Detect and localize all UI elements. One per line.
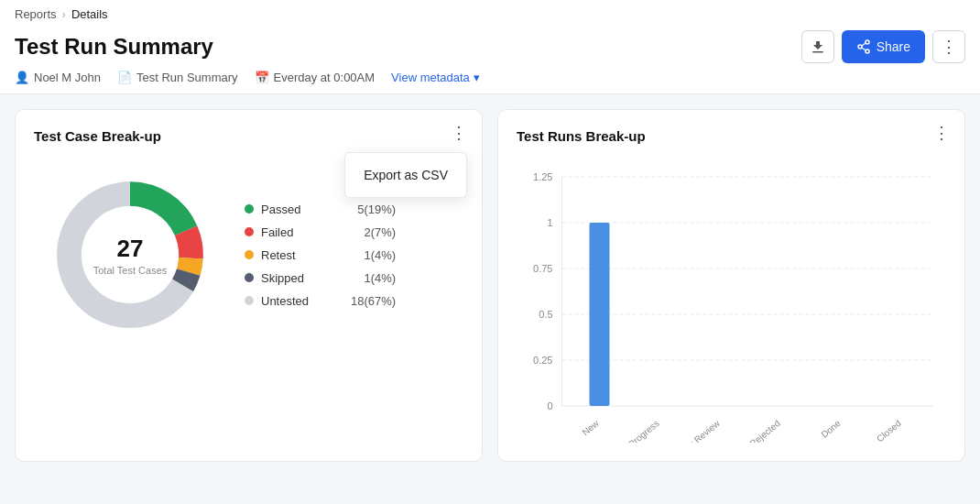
- breadcrumb-separator: ›: [62, 7, 66, 21]
- left-card-menu[interactable]: ⋮: [451, 125, 467, 141]
- svg-text:0.5: 0.5: [539, 309, 552, 320]
- legend-dot-failed: [245, 227, 254, 236]
- legend-dot-retest: [245, 250, 254, 259]
- svg-text:1.25: 1.25: [533, 171, 552, 182]
- export-popup: Export as CSV: [344, 152, 467, 198]
- legend-value-passed: 5(19%): [357, 203, 396, 216]
- svg-text:0.75: 0.75: [533, 263, 552, 274]
- meta-report: 📄 Test Run Summary: [117, 71, 238, 84]
- meta-schedule-text: Everday at 0:00AM: [274, 71, 376, 84]
- legend-name-retest: Retest: [261, 248, 329, 262]
- svg-point-1: [866, 40, 869, 44]
- svg-text:1: 1: [547, 217, 552, 228]
- top-bar: Reports › Details Test Run Summary: [0, 0, 980, 94]
- meta-report-name: Test Run Summary: [136, 71, 238, 84]
- svg-text:0.25: 0.25: [533, 355, 552, 366]
- legend-value-failed: 2(7%): [364, 225, 396, 239]
- donut-total: 27: [93, 235, 168, 263]
- meta-user-name: Noel M John: [34, 71, 101, 84]
- svg-line-5: [861, 48, 865, 50]
- bar-new: [590, 223, 610, 406]
- svg-point-2: [858, 45, 862, 49]
- test-case-breakup-card: Test Case Break-up ⋮ Export as CSV: [15, 109, 483, 462]
- legend-dot-passed: [245, 204, 254, 214]
- breadcrumb-reports[interactable]: Reports: [15, 7, 57, 21]
- legend: Passed 5(19%) Failed 2(7%) Retest 1(4%) …: [245, 203, 396, 308]
- svg-text:Rejected: Rejected: [747, 418, 781, 443]
- calendar-icon: 📅: [255, 71, 269, 84]
- export-csv-button[interactable]: Export as CSV: [345, 160, 466, 190]
- legend-value-untested: 18(67%): [351, 294, 396, 308]
- legend-name-untested: Untested: [261, 294, 316, 308]
- page-title: Test Run Summary: [15, 34, 213, 60]
- legend-name-skipped: Skipped: [261, 271, 329, 285]
- svg-line-4: [861, 43, 865, 46]
- meta-user: 👤 Noel M John: [15, 71, 101, 84]
- header-actions: Share ⋮: [801, 30, 965, 63]
- bar-chart-svg: 0 0.25 0.5 0.75 1 1.25: [517, 159, 946, 443]
- meta-row: 👤 Noel M John 📄 Test Run Summary 📅 Everd…: [15, 71, 965, 93]
- legend-value-skipped: 1(4%): [364, 271, 396, 285]
- download-button[interactable]: [801, 30, 834, 63]
- view-metadata-button[interactable]: View metadata ▾: [391, 71, 480, 84]
- share-label: Share: [877, 39, 910, 54]
- header-row: Test Run Summary Share ⋮: [15, 25, 965, 71]
- legend-dot-skipped: [245, 273, 254, 282]
- test-runs-breakup-card: Test Runs Break-up ⋮ 0 0.25 0.5 0.7: [497, 109, 965, 462]
- more-button[interactable]: ⋮: [932, 30, 965, 63]
- legend-name-passed: Passed: [261, 203, 322, 216]
- view-metadata-label: View metadata: [391, 71, 470, 84]
- legend-item-untested: Untested 18(67%): [245, 294, 396, 308]
- svg-text:Under Review: Under Review: [671, 418, 723, 443]
- meta-schedule: 📅 Everday at 0:00AM: [255, 71, 376, 84]
- right-card-title: Test Runs Break-up: [517, 128, 946, 144]
- left-card-title: Test Case Break-up: [34, 128, 463, 144]
- user-icon: 👤: [15, 71, 29, 84]
- legend-dot-untested: [245, 296, 254, 305]
- svg-text:In Progress: In Progress: [619, 418, 661, 443]
- report-icon: 📄: [117, 71, 132, 84]
- svg-text:Closed: Closed: [875, 418, 903, 443]
- share-button[interactable]: Share: [842, 30, 925, 63]
- donut-total-label: Total Test Cases: [93, 265, 168, 276]
- svg-text:New: New: [580, 418, 601, 438]
- breadcrumb: Reports › Details: [15, 7, 965, 25]
- svg-text:0: 0: [547, 400, 552, 411]
- legend-item-passed: Passed 5(19%): [245, 203, 396, 216]
- svg-rect-0: [812, 51, 823, 53]
- donut-chart: 27 Total Test Cases: [43, 168, 217, 342]
- bar-chart-area: 0 0.25 0.5 0.75 1 1.25: [517, 159, 946, 443]
- right-card-menu[interactable]: ⋮: [933, 125, 950, 141]
- legend-item-skipped: Skipped 1(4%): [245, 271, 396, 285]
- svg-point-3: [866, 49, 869, 53]
- more-icon: ⋮: [941, 37, 957, 57]
- legend-value-retest: 1(4%): [364, 248, 396, 262]
- main-content: Test Case Break-up ⋮ Export as CSV: [0, 94, 980, 477]
- chevron-down-icon: ▾: [474, 71, 480, 84]
- legend-item-failed: Failed 2(7%): [245, 225, 396, 239]
- legend-item-retest: Retest 1(4%): [245, 248, 396, 262]
- share-icon: [856, 39, 871, 54]
- download-icon: [811, 39, 825, 54]
- breadcrumb-current: Details: [71, 7, 108, 21]
- legend-name-failed: Failed: [261, 225, 329, 239]
- donut-center: 27 Total Test Cases: [93, 235, 168, 276]
- svg-text:Done: Done: [819, 418, 843, 440]
